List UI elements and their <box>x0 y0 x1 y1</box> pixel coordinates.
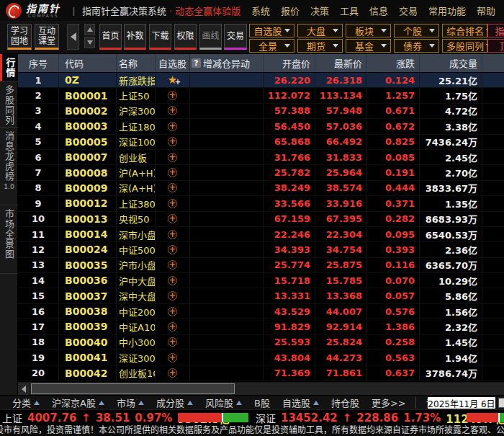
table-row[interactable]: 2B00001上证50+112.072113.1341.2571.75亿 <box>18 88 504 103</box>
toolbar-button-1[interactable]: 互动课堂 <box>35 24 59 50</box>
table-row[interactable]: 4B00003上证180+56.45057.0360.6723.38亿 <box>18 119 504 134</box>
toolbar-button-7[interactable]: 交易 <box>224 24 247 50</box>
dropdown-top-2[interactable]: 板块 <box>346 24 391 37</box>
table-row[interactable]: 16B00038中证200+43.52944.0070.5761.56亿 <box>18 304 504 319</box>
scroll-up-button[interactable] <box>84 24 95 35</box>
menu-item-7[interactable]: 帮助 <box>477 4 495 17</box>
dropdown-top-0[interactable]: 自选股 <box>249 24 294 37</box>
pink-button-1[interactable]: 顶底 <box>487 39 504 53</box>
scrollbar-thumb[interactable] <box>31 383 235 394</box>
add-favorite-icon[interactable]: + <box>168 230 177 239</box>
bottom-tab-7[interactable]: 持仓股 <box>331 396 359 409</box>
table-row[interactable]: 8B00009深(A+H)+38.24938.5740.4443833.67万 <box>18 181 504 196</box>
dropdown-bottom-0[interactable]: 全景 <box>249 39 294 53</box>
dropdown-bottom-4[interactable]: 多股同列 <box>442 39 487 53</box>
table-row[interactable]: 14B00036沪中大盘+15.71815.7850.07010.29亿 <box>18 273 504 288</box>
table-row[interactable]: 3B00002沪深300+57.38857.9480.6714.72亿 <box>18 104 504 119</box>
add-favorite-icon[interactable]: + <box>168 368 177 378</box>
col-header-name[interactable]: 名称 <box>117 54 156 72</box>
bottom-tab-4[interactable]: 风险股 <box>205 396 242 409</box>
table-row[interactable]: 15B00037深中大盘+13.33113.3680.0575.86亿 <box>18 288 504 303</box>
table-row[interactable]: 10Z新涨跌指★+26.22026.3180.12425.21亿 <box>18 73 504 88</box>
menu-item-0[interactable]: 系统 <box>251 4 270 17</box>
favorite-star-icon[interactable]: ★+ <box>168 75 177 86</box>
calendar-icon[interactable] <box>498 398 504 408</box>
scroll-down-button[interactable] <box>84 37 95 48</box>
bottom-tab-1[interactable]: 沪深京A股 <box>52 396 104 409</box>
dropdown-bottom-1[interactable]: 期货 <box>297 39 343 53</box>
table-row[interactable]: 13B00035沪市小盘+25.77425.8750.1166365.70万 <box>18 258 504 273</box>
col-header-chg[interactable]: 涨跌 <box>367 54 420 72</box>
col-header-vol[interactable]: 成交量 <box>420 54 482 72</box>
dropdown-bottom-2[interactable]: 基金 <box>346 39 391 53</box>
add-favorite-icon[interactable]: + <box>168 199 177 208</box>
menu-item-6[interactable]: 常用功能 <box>428 4 466 17</box>
bottom-tab-0[interactable]: 分类 <box>12 396 40 409</box>
table-row[interactable]: 17B00039中证A100+91.82992.9141.3862.32亿 <box>18 319 504 334</box>
add-favorite-icon[interactable]: + <box>168 337 177 347</box>
add-favorite-icon[interactable]: + <box>168 260 177 270</box>
menu-item-4[interactable]: 信息 <box>369 4 388 17</box>
add-favorite-icon[interactable]: + <box>168 353 177 362</box>
nav-back-button[interactable] <box>67 24 79 50</box>
menu-item-3[interactable]: 工具 <box>340 4 359 17</box>
add-favorite-icon[interactable]: + <box>168 291 177 301</box>
add-favorite-icon[interactable]: + <box>168 106 177 115</box>
sidebar-item-3[interactable]: 市场全景图 <box>0 205 18 274</box>
table-row[interactable]: 7B00008沪(A+H)+25.78225.9640.1912.70亿 <box>18 165 504 180</box>
add-favorite-icon[interactable]: + <box>168 245 177 254</box>
add-favorite-icon[interactable]: + <box>168 214 177 223</box>
help-question-icon[interactable]: ? <box>192 58 201 68</box>
cell-open: 25.774 <box>264 258 315 272</box>
add-favorite-icon[interactable]: + <box>168 168 177 177</box>
sidebar-item-2[interactable]: 消息龙虎榜1.0 <box>0 128 18 205</box>
table-row[interactable]: 19B00041深证300+43.80444.2730.5631.94亿 <box>18 350 504 365</box>
table-row[interactable]: 12B00024中证500+34.39334.7540.3932.36亿 <box>18 242 504 257</box>
sidebar-item-1[interactable]: 多股同列 <box>0 81 18 128</box>
dropdown-top-1[interactable]: 大盘 <box>297 24 343 37</box>
date-field[interactable]: 2025年11月 6日 <box>428 397 495 409</box>
menu-item-1[interactable]: 报价 <box>281 4 300 17</box>
bottom-tab-2[interactable]: 市场 <box>117 396 144 409</box>
table-row[interactable]: 9B00012上证380+33.56633.9160.3711.35亿 <box>18 196 504 211</box>
add-favorite-icon[interactable]: + <box>168 153 177 162</box>
table-row[interactable]: 20B00042创业板10+71.36971.8610.6373786.74万 <box>18 365 504 381</box>
bottom-tab-6[interactable]: 自选股 <box>282 396 319 409</box>
add-favorite-icon[interactable]: + <box>168 322 177 332</box>
dropdown-top-4[interactable]: 综合排名 <box>442 24 487 37</box>
sidebar-item-0[interactable]: 行情 <box>0 54 18 81</box>
menu-item-5[interactable]: 交易 <box>399 4 418 17</box>
add-favorite-icon[interactable]: + <box>168 183 177 192</box>
bottom-tab-5[interactable]: B股 <box>254 396 270 409</box>
dropdown-top-3[interactable]: 个股 <box>394 24 439 37</box>
col-header-code[interactable]: 代码 <box>59 54 117 72</box>
cell-fav: + <box>156 273 190 288</box>
bottom-tab-3[interactable]: 成分股 <box>156 396 193 409</box>
table-row[interactable]: 18B00040中小300+25.59325.8240.2581.45亿 <box>18 335 504 350</box>
menu-item-2[interactable]: 决策 <box>310 4 329 17</box>
dropdown-bottom-3[interactable]: 债券 <box>394 39 439 53</box>
toolbar-button-2[interactable]: 首页 <box>99 24 122 50</box>
col-header-move[interactable]: ? 增减仓异动 <box>190 54 264 72</box>
toolbar-button-6[interactable]: 画线 <box>199 24 222 50</box>
add-favorite-icon[interactable]: + <box>168 137 177 146</box>
col-header-fav[interactable]: 自选股 <box>156 54 190 72</box>
toolbar-button-3[interactable]: 补数 <box>124 24 146 50</box>
col-header-open[interactable]: 开盘价 <box>264 54 315 72</box>
pink-button-0[interactable]: 指数全 <box>487 24 504 37</box>
table-row[interactable]: 5B00005深证100+65.86866.4920.8257436.24万 <box>18 135 504 150</box>
table-row[interactable]: 6B00007创业板+31.76631.8330.0852.45亿 <box>18 150 504 165</box>
add-favorite-icon[interactable]: + <box>168 122 177 131</box>
col-header-last[interactable]: 最新价 <box>315 54 367 72</box>
toolbar-button-5[interactable]: 权限 <box>174 24 197 50</box>
table-row[interactable]: 10B00013央视50+67.15967.3950.2828683.93万 <box>18 212 504 227</box>
add-favorite-icon[interactable]: + <box>168 91 177 100</box>
bottom-tab-8[interactable]: 更多>> <box>372 396 406 409</box>
add-favorite-icon[interactable]: + <box>168 276 177 285</box>
table-row[interactable]: 11B00014深市小盘+22.24622.3040.0956540.53万 <box>18 227 504 242</box>
add-favorite-icon[interactable]: + <box>168 307 177 316</box>
col-header-seq[interactable]: 序号 <box>18 54 59 72</box>
scroll-left-button[interactable] <box>18 383 30 395</box>
toolbar-button-4[interactable]: 下载 <box>149 24 171 50</box>
toolbar-button-0[interactable]: 学习园地 <box>7 24 32 50</box>
